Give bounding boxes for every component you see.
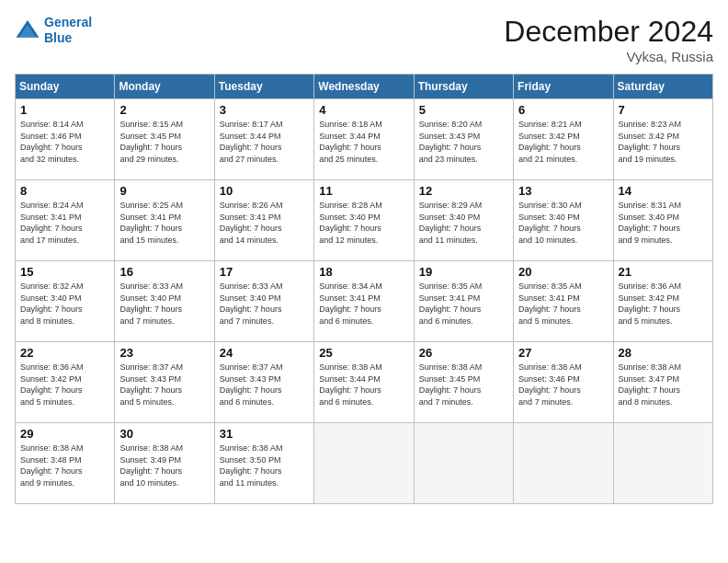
day-number: 29	[20, 427, 109, 441]
day-info: Sunrise: 8:38 AM Sunset: 3:48 PM Dayligh…	[20, 442, 109, 488]
day-cell: 30Sunrise: 8:38 AM Sunset: 3:49 PM Dayli…	[115, 423, 214, 504]
day-cell: 16Sunrise: 8:33 AM Sunset: 3:40 PM Dayli…	[115, 261, 214, 342]
header-monday: Monday	[115, 75, 214, 99]
day-cell: 1Sunrise: 8:14 AM Sunset: 3:46 PM Daylig…	[16, 99, 115, 180]
day-cell: 4Sunrise: 8:18 AM Sunset: 3:44 PM Daylig…	[314, 99, 414, 180]
day-number: 19	[419, 265, 508, 279]
day-number: 16	[119, 265, 209, 279]
day-number: 1	[20, 103, 109, 117]
day-info: Sunrise: 8:37 AM Sunset: 3:43 PM Dayligh…	[119, 362, 209, 408]
day-number: 8	[20, 184, 109, 198]
day-cell: 10Sunrise: 8:26 AM Sunset: 3:41 PM Dayli…	[214, 180, 313, 261]
logo: General Blue	[15, 15, 92, 46]
day-info: Sunrise: 8:24 AM Sunset: 3:41 PM Dayligh…	[20, 200, 109, 246]
day-cell: 21Sunrise: 8:36 AM Sunset: 3:42 PM Dayli…	[613, 261, 712, 342]
day-cell	[613, 423, 712, 504]
day-number: 4	[319, 103, 408, 117]
day-cell	[314, 423, 414, 504]
day-info: Sunrise: 8:23 AM Sunset: 3:42 PM Dayligh…	[619, 119, 708, 165]
calendar-header-row: SundayMondayTuesdayWednesdayThursdayFrid…	[16, 75, 713, 99]
location: Vyksa, Russia	[504, 49, 713, 64]
day-cell: 25Sunrise: 8:38 AM Sunset: 3:44 PM Dayli…	[314, 342, 414, 423]
day-cell: 18Sunrise: 8:34 AM Sunset: 3:41 PM Dayli…	[314, 261, 414, 342]
day-number: 31	[220, 427, 309, 441]
day-info: Sunrise: 8:28 AM Sunset: 3:40 PM Dayligh…	[319, 200, 408, 246]
day-cell: 26Sunrise: 8:38 AM Sunset: 3:45 PM Dayli…	[414, 342, 513, 423]
week-row-1: 8Sunrise: 8:24 AM Sunset: 3:41 PM Daylig…	[16, 180, 713, 261]
day-number: 17	[220, 265, 309, 279]
day-number: 22	[20, 346, 109, 360]
header-wednesday: Wednesday	[314, 75, 414, 99]
day-info: Sunrise: 8:21 AM Sunset: 3:42 PM Dayligh…	[518, 119, 608, 165]
day-cell: 20Sunrise: 8:35 AM Sunset: 3:41 PM Dayli…	[514, 261, 613, 342]
week-row-4: 29Sunrise: 8:38 AM Sunset: 3:48 PM Dayli…	[16, 423, 713, 504]
day-cell: 5Sunrise: 8:20 AM Sunset: 3:43 PM Daylig…	[414, 99, 513, 180]
day-info: Sunrise: 8:36 AM Sunset: 3:42 PM Dayligh…	[20, 362, 109, 408]
day-info: Sunrise: 8:36 AM Sunset: 3:42 PM Dayligh…	[619, 281, 708, 327]
day-info: Sunrise: 8:38 AM Sunset: 3:46 PM Dayligh…	[518, 362, 608, 408]
day-number: 7	[619, 103, 708, 117]
day-number: 5	[419, 103, 508, 117]
day-number: 28	[619, 346, 708, 360]
day-number: 23	[119, 346, 209, 360]
day-number: 11	[319, 184, 408, 198]
day-cell	[514, 423, 613, 504]
day-number: 9	[119, 184, 209, 198]
day-info: Sunrise: 8:31 AM Sunset: 3:40 PM Dayligh…	[619, 200, 708, 246]
day-info: Sunrise: 8:29 AM Sunset: 3:40 PM Dayligh…	[419, 200, 508, 246]
logo-line2: Blue	[44, 30, 72, 45]
day-number: 3	[220, 103, 309, 117]
header-tuesday: Tuesday	[214, 75, 313, 99]
day-info: Sunrise: 8:35 AM Sunset: 3:41 PM Dayligh…	[419, 281, 508, 327]
day-info: Sunrise: 8:38 AM Sunset: 3:47 PM Dayligh…	[619, 362, 708, 408]
day-cell: 17Sunrise: 8:33 AM Sunset: 3:40 PM Dayli…	[214, 261, 313, 342]
day-info: Sunrise: 8:37 AM Sunset: 3:43 PM Dayligh…	[220, 362, 309, 408]
day-info: Sunrise: 8:20 AM Sunset: 3:43 PM Dayligh…	[419, 119, 508, 165]
day-number: 20	[518, 265, 608, 279]
day-cell: 29Sunrise: 8:38 AM Sunset: 3:48 PM Dayli…	[16, 423, 115, 504]
title-block: December 2024 Vyksa, Russia	[504, 15, 713, 64]
day-info: Sunrise: 8:38 AM Sunset: 3:45 PM Dayligh…	[419, 362, 508, 408]
day-cell: 27Sunrise: 8:38 AM Sunset: 3:46 PM Dayli…	[514, 342, 613, 423]
month-title: December 2024	[504, 15, 713, 49]
day-number: 13	[518, 184, 608, 198]
day-info: Sunrise: 8:33 AM Sunset: 3:40 PM Dayligh…	[119, 281, 209, 327]
day-number: 2	[119, 103, 209, 117]
day-number: 14	[619, 184, 708, 198]
day-number: 15	[20, 265, 109, 279]
day-number: 10	[220, 184, 309, 198]
header-sunday: Sunday	[16, 75, 115, 99]
header-thursday: Thursday	[414, 75, 513, 99]
logo-line1: General	[44, 15, 92, 29]
day-cell: 11Sunrise: 8:28 AM Sunset: 3:40 PM Dayli…	[314, 180, 414, 261]
day-cell: 22Sunrise: 8:36 AM Sunset: 3:42 PM Dayli…	[16, 342, 115, 423]
calendar-table: SundayMondayTuesdayWednesdayThursdayFrid…	[15, 74, 713, 504]
header-saturday: Saturday	[613, 75, 712, 99]
day-number: 25	[319, 346, 408, 360]
week-row-2: 15Sunrise: 8:32 AM Sunset: 3:40 PM Dayli…	[16, 261, 713, 342]
day-cell: 6Sunrise: 8:21 AM Sunset: 3:42 PM Daylig…	[514, 99, 613, 180]
day-cell	[414, 423, 513, 504]
day-info: Sunrise: 8:14 AM Sunset: 3:46 PM Dayligh…	[20, 119, 109, 165]
day-number: 24	[220, 346, 309, 360]
day-number: 12	[419, 184, 508, 198]
day-info: Sunrise: 8:35 AM Sunset: 3:41 PM Dayligh…	[518, 281, 608, 327]
day-number: 21	[619, 265, 708, 279]
day-cell: 13Sunrise: 8:30 AM Sunset: 3:40 PM Dayli…	[514, 180, 613, 261]
header-friday: Friday	[514, 75, 613, 99]
day-cell: 19Sunrise: 8:35 AM Sunset: 3:41 PM Dayli…	[414, 261, 513, 342]
day-info: Sunrise: 8:25 AM Sunset: 3:41 PM Dayligh…	[119, 200, 209, 246]
day-cell: 24Sunrise: 8:37 AM Sunset: 3:43 PM Dayli…	[214, 342, 313, 423]
day-cell: 9Sunrise: 8:25 AM Sunset: 3:41 PM Daylig…	[115, 180, 214, 261]
logo-text: General Blue	[44, 15, 92, 46]
day-info: Sunrise: 8:17 AM Sunset: 3:44 PM Dayligh…	[220, 119, 309, 165]
day-cell: 3Sunrise: 8:17 AM Sunset: 3:44 PM Daylig…	[214, 99, 313, 180]
day-cell: 8Sunrise: 8:24 AM Sunset: 3:41 PM Daylig…	[16, 180, 115, 261]
day-info: Sunrise: 8:15 AM Sunset: 3:45 PM Dayligh…	[119, 119, 209, 165]
day-cell: 28Sunrise: 8:38 AM Sunset: 3:47 PM Dayli…	[613, 342, 712, 423]
logo-icon	[15, 17, 40, 43]
day-cell: 2Sunrise: 8:15 AM Sunset: 3:45 PM Daylig…	[115, 99, 214, 180]
day-number: 6	[518, 103, 608, 117]
day-cell: 15Sunrise: 8:32 AM Sunset: 3:40 PM Dayli…	[16, 261, 115, 342]
day-cell: 14Sunrise: 8:31 AM Sunset: 3:40 PM Dayli…	[613, 180, 712, 261]
